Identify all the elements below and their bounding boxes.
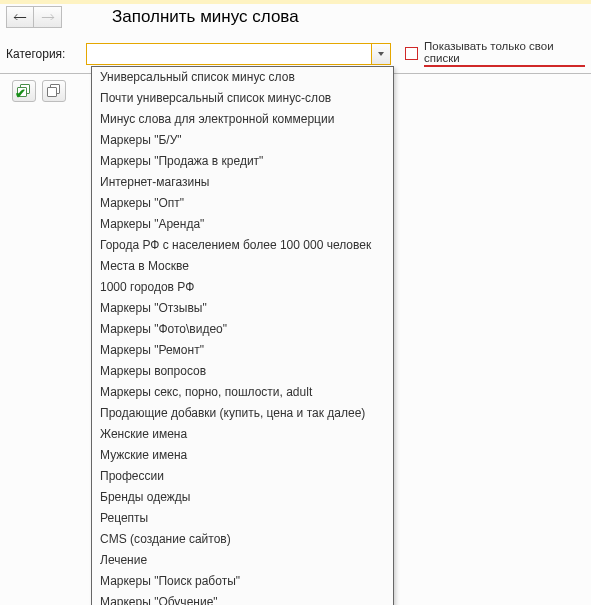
arrow-right-icon: 🡒 xyxy=(41,9,55,25)
forward-button[interactable]: 🡒 xyxy=(34,6,62,28)
dropdown-item[interactable]: Маркеры "Обучение" xyxy=(92,592,393,605)
dropdown-item[interactable]: Маркеры "Опт" xyxy=(92,193,393,214)
form-row: Категория: Показывать только свои списки xyxy=(0,28,591,71)
dropdown-item[interactable]: Места в Москве xyxy=(92,256,393,277)
dropdown-item[interactable]: Мужские имена xyxy=(92,445,393,466)
dropdown-item[interactable]: Маркеры "Отзывы" xyxy=(92,298,393,319)
dropdown-item[interactable]: Маркеры "Продажа в кредит" xyxy=(92,151,393,172)
dropdown-item[interactable]: 1000 городов РФ xyxy=(92,277,393,298)
show-own-checkbox-wrap[interactable]: Показывать только свои списки xyxy=(405,40,585,67)
dropdown-item[interactable]: Минус слова для электронной коммерции xyxy=(92,109,393,130)
dropdown-item[interactable]: Маркеры "Ремонт" xyxy=(92,340,393,361)
check-all-icon: ✔ xyxy=(17,84,31,98)
category-dropdown-list[interactable]: Универсальный список минус словПочти уни… xyxy=(91,66,394,605)
category-dropdown-button[interactable] xyxy=(371,43,391,65)
chevron-down-icon xyxy=(378,52,384,56)
dropdown-item[interactable]: Маркеры "Б/У" xyxy=(92,130,393,151)
dropdown-item[interactable]: Маркеры "Аренда" xyxy=(92,214,393,235)
page-title: Заполнить минус слова xyxy=(112,7,299,27)
category-input[interactable] xyxy=(86,43,371,65)
back-button[interactable]: 🡐 xyxy=(6,6,34,28)
dropdown-item[interactable]: Города РФ с населением более 100 000 чел… xyxy=(92,235,393,256)
nav-bar: 🡐 🡒 Заполнить минус слова xyxy=(0,4,591,28)
dropdown-item[interactable]: Лечение xyxy=(92,550,393,571)
show-own-checkbox[interactable] xyxy=(405,47,418,60)
dropdown-item[interactable]: Профессии xyxy=(92,466,393,487)
dropdown-item[interactable]: Почти универсальный список минус-слов xyxy=(92,88,393,109)
check-all-button[interactable]: ✔ xyxy=(12,80,36,102)
dropdown-item[interactable]: Интернет-магазины xyxy=(92,172,393,193)
dropdown-item[interactable]: Универсальный список минус слов xyxy=(92,67,393,88)
dropdown-item[interactable]: Продающие добавки (купить, цена и так да… xyxy=(92,403,393,424)
dropdown-item[interactable]: Бренды одежды xyxy=(92,487,393,508)
dropdown-item[interactable]: Женские имена xyxy=(92,424,393,445)
dropdown-item[interactable]: Маркеры секс, порно, пошлости, adult xyxy=(92,382,393,403)
category-combo[interactable] xyxy=(86,43,391,65)
arrow-left-icon: 🡐 xyxy=(13,9,27,25)
uncheck-all-icon xyxy=(47,84,61,98)
dropdown-item[interactable]: CMS (создание сайтов) xyxy=(92,529,393,550)
uncheck-all-button[interactable] xyxy=(42,80,66,102)
show-own-label: Показывать только свои списки xyxy=(424,40,585,67)
dropdown-item[interactable]: Маркеры "Фото\видео" xyxy=(92,319,393,340)
dropdown-item[interactable]: Рецепты xyxy=(92,508,393,529)
dropdown-item[interactable]: Маркеры "Поиск работы" xyxy=(92,571,393,592)
dropdown-item[interactable]: Маркеры вопросов xyxy=(92,361,393,382)
category-label: Категория: xyxy=(6,47,86,61)
